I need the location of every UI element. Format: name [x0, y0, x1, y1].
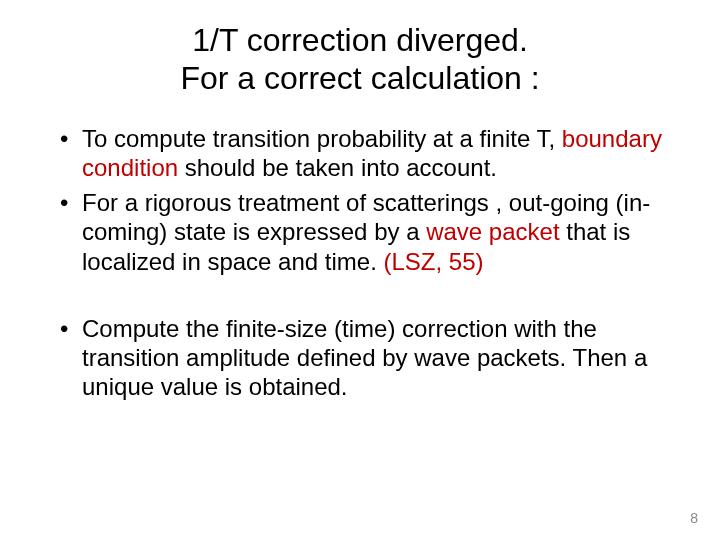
- title-line-1: 1/T correction diverged.: [192, 22, 528, 58]
- bullet-list: To compute transition probability at a f…: [48, 124, 672, 276]
- bullet-1-text-a: To compute transition probability at a f…: [82, 125, 562, 152]
- bullet-1-text-b: should be taken into account.: [178, 154, 497, 181]
- spacer: [48, 282, 672, 314]
- bullet-3-text: Compute the finite-size (time) correctio…: [82, 315, 647, 401]
- page-number: 8: [690, 510, 698, 526]
- bullet-3: Compute the finite-size (time) correctio…: [48, 314, 672, 402]
- bullet-2-emph-1: wave packet: [426, 218, 559, 245]
- bullet-2: For a rigorous treatment of scatterings …: [48, 188, 672, 276]
- slide-title: 1/T correction diverged. For a correct c…: [48, 22, 672, 98]
- bullet-list-2: Compute the finite-size (time) correctio…: [48, 314, 672, 402]
- title-line-2: For a correct calculation :: [180, 60, 539, 96]
- slide: 1/T correction diverged. For a correct c…: [0, 0, 720, 540]
- bullet-2-emph-2: (LSZ, 55): [384, 248, 484, 275]
- bullet-1: To compute transition probability at a f…: [48, 124, 672, 183]
